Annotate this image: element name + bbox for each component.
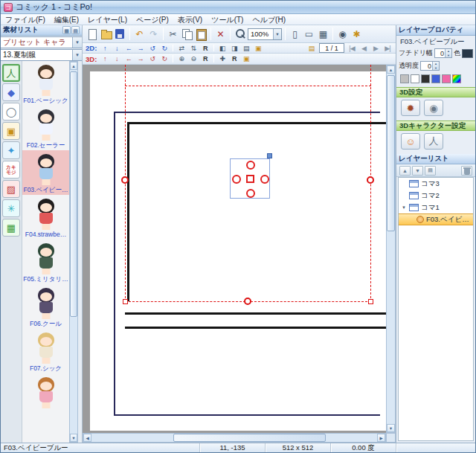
rotate-ccw-3d-button[interactable]: ↺ [147,54,158,63]
menu-item[interactable]: 表示(V) [173,14,207,25]
outline-width-input[interactable]: 0 ▲▼ [434,48,452,58]
menu-item[interactable]: ツール(T) [207,14,248,25]
selection-handle-bottom[interactable] [244,298,251,305]
category-image[interactable]: ✳ [2,199,20,217]
menu-item[interactable]: レイヤー(L) [83,14,132,25]
delete-layer-button[interactable] [461,166,472,176]
light-settings-icon[interactable]: ✹ [401,100,420,116]
prev-page-button[interactable]: ◀ [358,44,370,53]
layer-item[interactable]: コマ2 [399,190,473,202]
rotate-ccw-2d-button[interactable]: ↺ [147,44,158,53]
widget-rotate-handle[interactable] [267,153,272,158]
canvas-horizontal-scrollbar[interactable]: ◀ ▶ [83,433,386,443]
selection-handle-bottom-right[interactable] [368,299,373,304]
open-file-button[interactable] [99,27,113,42]
character-item[interactable]: F03.ベイビー… [22,150,69,195]
redo-button[interactable]: ↷ [147,27,161,42]
scroll-track[interactable] [91,434,377,442]
grid-toggle-button[interactable]: ▦ [316,27,330,42]
undo-button[interactable]: ↶ [132,27,147,42]
layer-settings-button[interactable]: ▤ [425,166,436,176]
rotate-cw-3d-button[interactable]: ↻ [158,54,170,63]
move-left-3d-button[interactable]: ← [123,54,135,63]
category-tone[interactable]: ▨ [2,180,20,198]
flip-vertical-button[interactable]: ⇅ [187,44,199,53]
flip-horizontal-button[interactable]: ⇄ [176,44,187,53]
layer-item[interactable]: コマ3 [399,178,473,190]
move-up-3d-button[interactable]: ↑ [99,54,111,63]
scroll-right-icon[interactable]: ▶ [377,434,385,442]
character-item[interactable]: F06.クール [22,284,69,329]
selection-handle-bottom-left[interactable] [123,299,128,304]
category-effect[interactable]: ✦ [2,141,20,159]
move-down-3d-button[interactable]: ↓ [111,54,123,63]
fit-width-button[interactable]: ▭ [302,27,316,42]
scroll-thumb[interactable] [70,71,77,317]
category-3d-item[interactable]: ◆ [2,83,20,101]
save-button[interactable] [113,27,127,42]
costume-dropdown[interactable]: 13.夏制服 ▼ [1,49,82,61]
move-down-2d-button[interactable]: ↓ [111,44,123,53]
category-character[interactable]: 人 [2,64,20,82]
menu-item[interactable]: ファイル(F) [1,14,50,25]
scroll-down-icon[interactable]: ▼ [387,424,395,432]
move-up-2d-button[interactable]: ↑ [99,44,111,53]
page-settings-button[interactable]: ▤ [306,44,318,53]
render-mode-button[interactable]: ▣ [240,54,252,63]
category-background[interactable]: ▦ [2,219,20,237]
reset-3d-button[interactable]: R [199,54,211,63]
delete-button[interactable]: ✕ [213,27,228,42]
copy-button[interactable] [180,27,194,42]
menu-item[interactable]: ページ(P) [132,14,173,25]
chevron-down-icon[interactable]: ▼ [72,50,82,60]
character-item[interactable]: F02.セーラー [22,106,69,150]
outline-color-white[interactable] [411,74,419,83]
move-right-3d-button[interactable]: → [135,54,147,63]
paste-button[interactable] [194,27,208,42]
scroll-track[interactable] [70,70,77,434]
send-back-button[interactable]: ◨ [228,44,240,53]
camera-move-button[interactable]: ✚ [216,54,228,63]
preset-category-dropdown[interactable]: プリセット キャラ ▼ [1,36,82,48]
character-item[interactable]: F04.strawbe… [22,195,69,240]
bring-front-button[interactable]: ◧ [216,44,228,53]
character-item[interactable]: F01.ベーシック [22,61,69,106]
menu-item[interactable]: 編集(E) [50,14,83,25]
menu-item[interactable]: ヘルプ(H) [248,14,290,25]
new-document-button[interactable] [85,27,99,42]
spinner-arrows[interactable]: ▲▼ [432,62,439,70]
widget-handle-left[interactable] [232,175,241,184]
move-right-2d-button[interactable]: → [135,44,147,53]
spinner-arrows[interactable]: ▲▼ [445,49,451,57]
camera-reset-button[interactable]: R [228,54,240,63]
pose-icon[interactable]: 人 [424,133,443,150]
first-page-button[interactable]: |◀ [346,44,358,53]
character-transform-widget[interactable] [230,158,270,199]
fit-page-button[interactable]: ▯ [288,27,302,42]
title-bar[interactable]: コ コミック 1 - コミPo! [1,1,475,14]
outline-color-custom[interactable] [452,74,461,83]
selection-handle-right[interactable] [367,176,374,184]
zoom-select[interactable]: 100%▼ [248,28,282,40]
outline-color-blue[interactable] [431,74,440,83]
category-kakimoji[interactable]: カキモジ [2,161,20,179]
scroll-track[interactable] [387,74,395,424]
align-button[interactable]: ▤ [240,44,252,53]
opacity-input[interactable]: 0 ▲▼ [420,61,440,71]
outline-color-black[interactable] [421,74,430,83]
zoom-in-3d-button[interactable]: ⊕ [176,54,187,63]
widget-handle-center[interactable] [246,175,254,183]
scroll-up-icon[interactable]: ▲ [70,62,77,70]
layer-item[interactable]: F03.ベイビー… [399,213,473,225]
scroll-down-icon[interactable]: ▼ [70,434,77,442]
scroll-thumb[interactable] [387,75,395,231]
view-list-icon[interactable]: ▤ [71,26,80,34]
collapse-arrow-icon[interactable]: ▼ [401,205,407,210]
zoom-out-3d-button[interactable]: ⊖ [187,54,199,63]
move-layer-up-button[interactable]: ▲ [399,166,411,176]
last-page-button[interactable]: ▶| [382,44,393,53]
cut-button[interactable]: ✂ [166,27,180,42]
expression-icon[interactable]: ☺ [401,133,420,150]
move-layer-down-button[interactable]: ▼ [412,166,423,176]
scroll-up-icon[interactable]: ▲ [387,65,395,74]
